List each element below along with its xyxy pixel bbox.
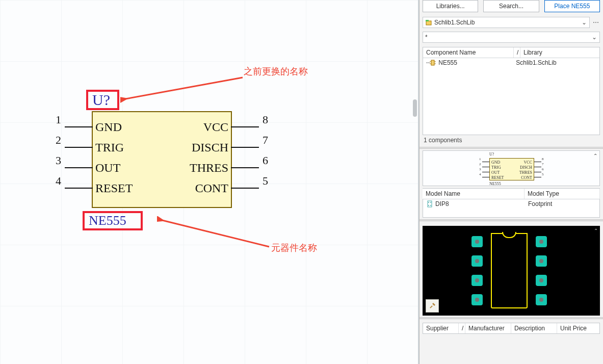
component-filter-input[interactable]: * ⌄ bbox=[423, 32, 600, 43]
chevron-down-icon: ⌄ bbox=[581, 19, 587, 26]
pin-2[interactable]: 2TRIG bbox=[65, 147, 93, 148]
chevron-up-icon[interactable]: ⌃ bbox=[593, 153, 597, 159]
pin-1[interactable]: 1GND bbox=[65, 126, 93, 127]
splitter[interactable] bbox=[420, 219, 603, 221]
component-count: 1 components bbox=[420, 135, 603, 145]
col-supplier[interactable]: Supplier bbox=[423, 323, 459, 333]
col-manufacturer[interactable]: Manufacturer bbox=[465, 323, 511, 333]
col-model-name[interactable]: Model Name bbox=[423, 189, 525, 199]
annotation-designator-note: 之前更换的名称 bbox=[244, 65, 308, 77]
col-model-type[interactable]: Model Type bbox=[525, 189, 600, 199]
supplier-table-header: Supplier / Manufacturer Description Unit… bbox=[423, 323, 600, 334]
schematic-preview: ⌃ U? GND TRIG OUT RESET VCC DISCH THRES … bbox=[423, 150, 600, 186]
splitter[interactable] bbox=[420, 147, 603, 149]
hammer-icon bbox=[428, 302, 436, 310]
pin-5[interactable]: 5CONT bbox=[231, 188, 259, 189]
schlib-icon bbox=[425, 19, 432, 26]
pin-8[interactable]: 8VCC bbox=[231, 126, 259, 127]
col-description[interactable]: Description bbox=[511, 323, 557, 333]
model-row[interactable]: DIP8 Footprint bbox=[423, 199, 599, 209]
pin-7[interactable]: 7DISCH bbox=[231, 147, 259, 148]
pin-3[interactable]: 3OUT bbox=[65, 167, 93, 168]
schematic-canvas[interactable]: 之前更换的名称 元器件名称 U? 1GND 2TRIG 3OUT 4RESET … bbox=[0, 0, 419, 364]
svg-rect-2 bbox=[426, 21, 431, 25]
more-icon[interactable]: ⋯ bbox=[592, 19, 600, 26]
pin-4[interactable]: 4RESET bbox=[65, 188, 93, 189]
footprint-icon bbox=[426, 200, 433, 207]
svg-line-1 bbox=[162, 220, 269, 247]
pin-6[interactable]: 6THRES bbox=[231, 167, 259, 168]
annotation-name-note: 元器件名称 bbox=[271, 242, 317, 254]
col-component-name[interactable]: Component Name bbox=[423, 47, 514, 58]
arrow-to-name bbox=[157, 216, 272, 250]
svg-point-11 bbox=[430, 202, 431, 203]
col-library[interactable]: Library bbox=[520, 47, 599, 58]
hammer-tool-button[interactable] bbox=[426, 299, 439, 313]
component-body[interactable]: 1GND 2TRIG 3OUT 4RESET 8VCC 7DISCH 6THRE… bbox=[92, 111, 232, 208]
component-list: Component Name / Library ⋯ NE555 Schlib1… bbox=[423, 47, 600, 135]
libraries-button[interactable]: Libraries... bbox=[423, 0, 478, 12]
library-select[interactable]: Schlib1.SchLib ⌄ bbox=[423, 17, 590, 28]
arrow-to-designator bbox=[120, 75, 246, 104]
footprint-preview[interactable]: ⌃ bbox=[423, 226, 600, 316]
chevron-up-icon[interactable]: ⌃ bbox=[594, 228, 598, 233]
svg-rect-9 bbox=[428, 201, 432, 207]
search-button[interactable]: Search... bbox=[483, 0, 539, 12]
place-button[interactable]: Place NE555 bbox=[544, 0, 600, 12]
svg-line-0 bbox=[125, 77, 243, 99]
col-unit-price[interactable]: Unit Price bbox=[557, 323, 599, 333]
svg-rect-4 bbox=[431, 60, 434, 65]
component-name[interactable]: NE555 bbox=[83, 211, 143, 230]
splitter[interactable] bbox=[420, 317, 603, 319]
component-designator[interactable]: U? bbox=[86, 90, 119, 110]
svg-rect-3 bbox=[426, 20, 429, 21]
chevron-down-icon: ⌄ bbox=[591, 34, 597, 41]
svg-point-12 bbox=[428, 205, 429, 206]
svg-rect-14 bbox=[430, 305, 433, 308]
libraries-panel: Libraries... Search... Place NE555 Schli… bbox=[419, 0, 603, 364]
list-item[interactable]: ⋯ NE555 Schlib1.SchLib bbox=[423, 58, 599, 67]
svg-point-10 bbox=[428, 202, 429, 203]
component-icon bbox=[429, 59, 436, 66]
svg-point-13 bbox=[430, 205, 431, 206]
